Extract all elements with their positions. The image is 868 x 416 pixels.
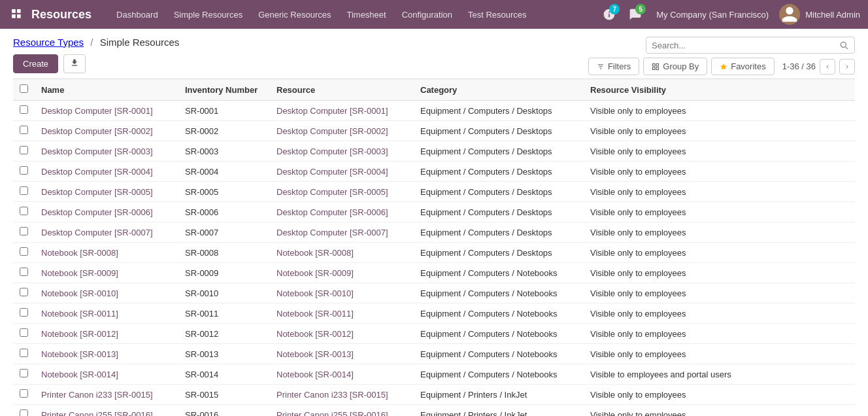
create-button[interactable]: Create xyxy=(13,54,58,73)
activity-button[interactable]: 7 xyxy=(599,4,620,25)
row-resource-link[interactable]: Desktop Computer [SR-0005] xyxy=(276,187,388,197)
breadcrumb: Resource Types / Simple Resources xyxy=(13,37,179,48)
table-row: Notebook [SR-0013] SR-0013 Notebook [SR-… xyxy=(13,344,855,364)
row-resource-link[interactable]: Desktop Computer [SR-0003] xyxy=(276,147,388,156)
row-name-link[interactable]: Desktop Computer [SR-0005] xyxy=(41,187,153,197)
row-inv: SR-0011 xyxy=(178,303,270,324)
row-visibility: Visible only to employees xyxy=(584,324,855,344)
row-inv: SR-0006 xyxy=(178,202,270,222)
row-resource-link[interactable]: Notebook [SR-0011] xyxy=(276,309,354,319)
row-checkbox[interactable] xyxy=(20,126,28,134)
col-header-resource[interactable]: Resource xyxy=(270,79,414,101)
table-row: Notebook [SR-0008] SR-0008 Notebook [SR-… xyxy=(13,243,855,263)
table-row: Notebook [SR-0012] SR-0012 Notebook [SR-… xyxy=(13,324,855,344)
row-resource-link[interactable]: Notebook [SR-0014] xyxy=(276,370,354,379)
user-name[interactable]: Mitchell Admin xyxy=(805,10,860,20)
row-name-link[interactable]: Notebook [SR-0014] xyxy=(41,370,118,379)
row-checkbox[interactable] xyxy=(20,166,28,175)
nav-dashboard[interactable]: Dashboard xyxy=(110,6,165,24)
row-checkbox[interactable] xyxy=(20,389,28,398)
download-button[interactable] xyxy=(63,54,86,73)
row-name-link[interactable]: Notebook [SR-0008] xyxy=(41,248,118,258)
row-name-link[interactable]: Desktop Computer [SR-0004] xyxy=(41,167,153,177)
avatar[interactable] xyxy=(779,4,800,25)
row-name-link[interactable]: Notebook [SR-0011] xyxy=(41,309,118,319)
topnav-right: 7 5 My Company (San Francisco) Mitchell … xyxy=(599,4,860,25)
row-resource-link[interactable]: Notebook [SR-0009] xyxy=(276,268,354,278)
company-selector[interactable]: My Company (San Francisco) xyxy=(651,7,774,22)
row-resource-link[interactable]: Notebook [SR-0013] xyxy=(276,349,354,359)
row-inv: SR-0012 xyxy=(178,324,270,344)
pagination-info: 1-36 / 36 xyxy=(782,61,816,71)
row-checkbox[interactable] xyxy=(20,369,28,377)
breadcrumb-separator: / xyxy=(90,37,93,48)
chevron-left-icon xyxy=(824,63,831,70)
breadcrumb-parent[interactable]: Resource Types xyxy=(13,37,84,48)
row-resource-link[interactable]: Desktop Computer [SR-0001] xyxy=(276,106,388,116)
row-visibility: Visible only to employees xyxy=(584,303,855,324)
row-category: Equipment / Printers / InkJet xyxy=(414,385,584,405)
row-resource-link[interactable]: Notebook [SR-0008] xyxy=(276,248,354,258)
row-resource-link[interactable]: Printer Canon i255 [SR-0016] xyxy=(276,410,388,417)
row-checkbox[interactable] xyxy=(20,308,28,317)
nav-simple-resources[interactable]: Simple Resources xyxy=(167,6,250,24)
row-category: Equipment / Computers / Desktops xyxy=(414,162,584,182)
col-header-category[interactable]: Category xyxy=(414,79,584,101)
row-checkbox[interactable] xyxy=(20,409,28,416)
row-name-link[interactable]: Notebook [SR-0009] xyxy=(41,268,118,278)
select-all-checkbox[interactable] xyxy=(20,84,28,93)
row-checkbox[interactable] xyxy=(20,186,28,195)
search-input[interactable] xyxy=(652,41,839,50)
row-name-link[interactable]: Desktop Computer [SR-0002] xyxy=(41,126,153,136)
nav-generic-resources[interactable]: Generic Resources xyxy=(252,6,337,24)
message-button[interactable]: 5 xyxy=(625,4,646,25)
row-resource-link[interactable]: Desktop Computer [SR-0002] xyxy=(276,126,388,136)
row-name-link[interactable]: Notebook [SR-0013] xyxy=(41,349,118,359)
row-name-link[interactable]: Printer Canon i255 [SR-0016] xyxy=(41,410,153,417)
svg-rect-10 xyxy=(656,67,659,70)
row-checkbox[interactable] xyxy=(20,105,28,114)
row-name-link[interactable]: Notebook [SR-0010] xyxy=(41,288,118,298)
row-resource-link[interactable]: Notebook [SR-0010] xyxy=(276,288,354,298)
group-by-button[interactable]: Group By xyxy=(643,58,707,75)
row-checkbox[interactable] xyxy=(20,146,28,154)
row-checkbox[interactable] xyxy=(20,247,28,256)
row-checkbox[interactable] xyxy=(20,288,28,296)
pagination-next[interactable] xyxy=(839,59,855,75)
row-checkbox[interactable] xyxy=(20,227,28,235)
row-category: Equipment / Computers / Desktops xyxy=(414,202,584,222)
row-visibility: Visible only to employees xyxy=(584,283,855,303)
row-checkbox[interactable] xyxy=(20,268,28,276)
search-icon xyxy=(839,40,849,50)
row-visibility: Visible only to employees xyxy=(584,162,855,182)
filters-button[interactable]: Filters xyxy=(588,58,639,75)
row-resource-link[interactable]: Desktop Computer [SR-0006] xyxy=(276,207,388,217)
row-resource-link[interactable]: Desktop Computer [SR-0004] xyxy=(276,167,388,177)
nav-timesheet[interactable]: Timesheet xyxy=(340,6,392,24)
row-resource-link[interactable]: Desktop Computer [SR-0007] xyxy=(276,228,388,237)
row-name-link[interactable]: Desktop Computer [SR-0006] xyxy=(41,207,153,217)
row-name-link[interactable]: Printer Canon i233 [SR-0015] xyxy=(41,390,153,400)
col-header-visibility[interactable]: Resource Visibility xyxy=(584,79,855,101)
grid-menu-icon[interactable] xyxy=(8,5,26,24)
nav-test-resources[interactable]: Test Resources xyxy=(461,6,533,24)
row-resource-link[interactable]: Notebook [SR-0012] xyxy=(276,329,354,339)
row-checkbox[interactable] xyxy=(20,207,28,215)
row-name-link[interactable]: Notebook [SR-0012] xyxy=(41,329,118,339)
favorites-button[interactable]: Favorites xyxy=(711,58,774,75)
resource-table: Name Inventory Number Resource Category … xyxy=(13,78,855,416)
pagination-prev[interactable] xyxy=(820,59,835,75)
row-inv: SR-0015 xyxy=(178,385,270,405)
row-name-link[interactable]: Desktop Computer [SR-0003] xyxy=(41,147,153,156)
row-resource-link[interactable]: Printer Canon i233 [SR-0015] xyxy=(276,390,388,400)
row-checkbox[interactable] xyxy=(20,328,28,337)
nav-configuration[interactable]: Configuration xyxy=(395,6,459,24)
row-name-link[interactable]: Desktop Computer [SR-0001] xyxy=(41,106,153,116)
col-header-inv[interactable]: Inventory Number xyxy=(178,79,270,101)
row-name-link[interactable]: Desktop Computer [SR-0007] xyxy=(41,228,153,237)
col-header-name[interactable]: Name xyxy=(35,79,178,101)
row-checkbox[interactable] xyxy=(20,349,28,357)
row-visibility: Visible only to employees xyxy=(584,263,855,283)
row-visibility: Visible only to employees xyxy=(584,222,855,243)
chevron-right-icon xyxy=(844,63,850,70)
